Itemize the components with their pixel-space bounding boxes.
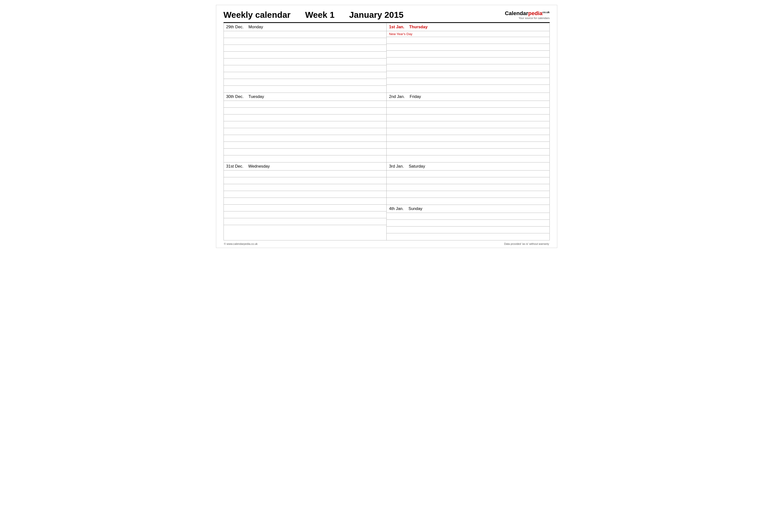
line-row xyxy=(387,198,549,205)
day-date-fri: 2nd Jan. xyxy=(389,94,405,99)
line-row xyxy=(224,171,387,177)
line-row xyxy=(387,177,549,184)
calendar-page: Weekly calendar Week 1 January 2015 Cale… xyxy=(216,5,557,248)
logo-area: Calendarpediaco.uk Your source for calen… xyxy=(505,10,550,19)
line-row xyxy=(387,227,549,233)
line-row xyxy=(387,114,549,121)
day-cell-sat: 3rd Jan. Saturday xyxy=(387,162,550,205)
line-row xyxy=(224,155,387,162)
line-row xyxy=(224,114,387,121)
day-cell-wed: 31st Dec. Wednesday xyxy=(224,162,387,240)
page-header: Weekly calendar Week 1 January 2015 Cale… xyxy=(224,10,550,20)
line-row xyxy=(387,121,549,128)
line-row xyxy=(387,128,549,135)
day-name-tue: Tuesday xyxy=(249,94,264,99)
line-row xyxy=(387,171,549,177)
line-row xyxy=(224,142,387,149)
footer-disclaimer: Data provided 'as is' without warranty xyxy=(504,242,549,245)
line-row xyxy=(224,135,387,142)
line-row xyxy=(387,37,549,44)
day-name-mon: Monday xyxy=(249,25,263,29)
line-row xyxy=(224,31,387,38)
day-date-thu: 1st Jan. xyxy=(389,25,404,29)
day-header-fri: 2nd Jan. Friday xyxy=(387,93,549,101)
day-header-mon: 29th Dec. Monday xyxy=(224,23,387,31)
logo-brand: Calendarpediaco.uk xyxy=(505,10,550,17)
line-row xyxy=(387,142,549,149)
day-name-sat: Saturday xyxy=(409,164,425,169)
day-cell-tue: 30th Dec. Tuesday xyxy=(224,93,387,162)
calendar-row-1: 29th Dec. Monday 1st Ja xyxy=(224,23,549,93)
day-header-tue: 30th Dec. Tuesday xyxy=(224,93,387,101)
day-date-tue: 30th Dec. xyxy=(226,94,244,99)
month-year: January 2015 xyxy=(349,10,403,20)
line-row xyxy=(224,108,387,114)
line-row xyxy=(224,184,387,191)
day-section-mon: 29th Dec. Monday xyxy=(224,23,387,93)
line-row xyxy=(224,211,387,218)
day-section-sat: 3rd Jan. Saturday xyxy=(387,162,549,205)
calendar-row-2: 30th Dec. Tuesday 2nd J xyxy=(224,93,549,162)
line-row xyxy=(224,128,387,135)
line-row xyxy=(387,78,549,85)
day-header-sat: 3rd Jan. Saturday xyxy=(387,162,549,171)
day-section-thu: 1st Jan. Thursday New Year's Day xyxy=(387,23,549,92)
line-row xyxy=(387,108,549,114)
day-name-thu: Thursday xyxy=(409,25,428,29)
line-row xyxy=(387,85,549,92)
calendar-grid: 29th Dec. Monday 1st Ja xyxy=(224,23,550,240)
line-row xyxy=(224,225,387,232)
line-row xyxy=(224,86,387,93)
day-section-tue: 30th Dec. Tuesday xyxy=(224,93,387,162)
page-title: Weekly calendar xyxy=(224,10,291,20)
logo-part2: pedia xyxy=(528,10,542,16)
line-row xyxy=(224,65,387,72)
day-name-wed: Wednesday xyxy=(248,164,270,169)
line-row xyxy=(224,58,387,65)
line-row xyxy=(387,191,549,198)
logo-superscript: co.uk xyxy=(542,11,549,14)
holiday-row-thu: New Year's Day xyxy=(387,31,549,37)
line-row xyxy=(224,149,387,155)
line-row xyxy=(387,233,549,240)
day-header-sun: 4th Jan. Sunday xyxy=(387,205,549,213)
line-row xyxy=(387,101,549,108)
page-footer: © www.calendarpedia.co.uk Data provided … xyxy=(224,242,550,245)
line-row xyxy=(224,177,387,184)
line-row xyxy=(387,220,549,227)
day-date-sat: 3rd Jan. xyxy=(389,164,404,169)
day-cell-sun: 4th Jan. Sunday xyxy=(387,205,550,240)
day-header-thu: 1st Jan. Thursday xyxy=(387,23,549,31)
line-row xyxy=(224,45,387,52)
line-row xyxy=(224,198,387,205)
day-header-wed: 31st Dec. Wednesday xyxy=(224,162,387,171)
line-row xyxy=(387,149,549,155)
logo-tagline: Your source for calendars xyxy=(505,17,550,19)
line-row xyxy=(224,79,387,86)
day-date-mon: 29th Dec. xyxy=(226,25,244,29)
footer-website: © www.calendarpedia.co.uk xyxy=(224,242,258,245)
line-row xyxy=(224,52,387,58)
day-section-sun: 4th Jan. Sunday xyxy=(387,205,549,240)
day-name-fri: Friday xyxy=(410,94,421,99)
day-cell-mon: 29th Dec. Monday xyxy=(224,23,387,93)
line-row xyxy=(224,101,387,108)
day-name-sun: Sunday xyxy=(409,206,422,211)
week-label: Week 1 xyxy=(305,10,335,20)
line-row xyxy=(224,72,387,79)
day-date-wed: 31st Dec. xyxy=(226,164,244,169)
line-row xyxy=(387,57,549,64)
line-row xyxy=(224,191,387,198)
day-section-fri: 2nd Jan. Friday xyxy=(387,93,549,162)
line-row xyxy=(224,38,387,45)
day-date-sun: 4th Jan. xyxy=(389,206,404,211)
line-row xyxy=(387,44,549,51)
day-cell-thu: 1st Jan. Thursday New Year's Day xyxy=(387,23,550,93)
calendar-row-3: 31st Dec. Wednesday 3rd xyxy=(224,162,549,205)
day-cell-fri: 2nd Jan. Friday xyxy=(387,93,550,162)
line-row xyxy=(387,213,549,220)
line-row xyxy=(224,121,387,128)
line-row xyxy=(387,64,549,71)
line-row xyxy=(224,218,387,225)
line-row xyxy=(224,205,387,211)
